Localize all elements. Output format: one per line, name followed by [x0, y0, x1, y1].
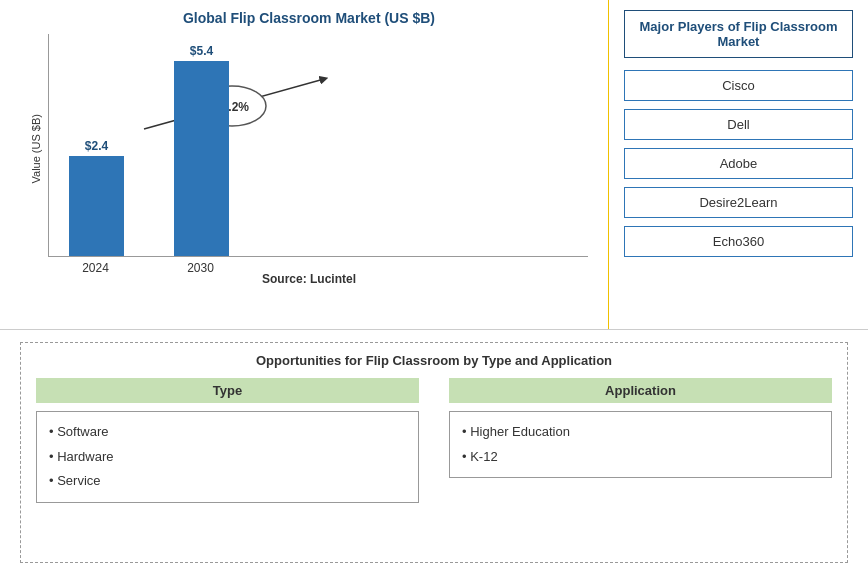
opportunities-outer: Opportunities for Flip Classroom by Type…: [20, 342, 848, 563]
player-echo360: Echo360: [624, 226, 853, 257]
type-item-software: Software: [49, 420, 406, 445]
bars-container: 14.2% $2.4 $5.4: [48, 34, 588, 257]
type-item-service: Service: [49, 469, 406, 494]
type-item-hardware: Hardware: [49, 445, 406, 470]
bar-2030: [174, 61, 229, 256]
app-item-k12: K-12: [462, 445, 819, 470]
player-dell: Dell: [624, 109, 853, 140]
application-content: Higher Education K-12: [449, 411, 832, 478]
bar-2024: [69, 156, 124, 256]
players-title: Major Players of Flip Classroom Market: [624, 10, 853, 58]
x-label-2030: 2030: [173, 261, 228, 275]
application-column: Application Higher Education K-12: [449, 378, 832, 503]
bar-value-2030: $5.4: [190, 44, 213, 58]
type-header: Type: [36, 378, 419, 403]
opp-columns: Type Software Hardware Service Applicati…: [36, 378, 832, 503]
chart-section: Global Flip Classroom Market (US $B) Val…: [0, 0, 608, 329]
x-label-2024: 2024: [68, 261, 123, 275]
bottom-section: Opportunities for Flip Classroom by Type…: [0, 330, 868, 575]
main-container: Global Flip Classroom Market (US $B) Val…: [0, 0, 868, 575]
type-column: Type Software Hardware Service: [36, 378, 419, 503]
player-adobe: Adobe: [624, 148, 853, 179]
application-header: Application: [449, 378, 832, 403]
chart-title: Global Flip Classroom Market (US $B): [183, 10, 435, 26]
player-cisco: Cisco: [624, 70, 853, 101]
chart-content: 14.2% $2.4 $5.4: [48, 34, 588, 264]
top-section: Global Flip Classroom Market (US $B) Val…: [0, 0, 868, 330]
chart-area: Value (US $B): [30, 34, 588, 264]
type-content: Software Hardware Service: [36, 411, 419, 503]
opportunities-title: Opportunities for Flip Classroom by Type…: [36, 353, 832, 368]
player-desire2learn: Desire2Learn: [624, 187, 853, 218]
app-item-higher-ed: Higher Education: [462, 420, 819, 445]
y-axis-label: Value (US $B): [30, 114, 42, 184]
arrow-svg: 14.2%: [104, 64, 364, 144]
bar-value-2024: $2.4: [85, 139, 108, 153]
bar-group-2030: $5.4: [174, 44, 229, 256]
bar-group-2024: $2.4: [69, 139, 124, 256]
players-section: Major Players of Flip Classroom Market C…: [608, 0, 868, 329]
